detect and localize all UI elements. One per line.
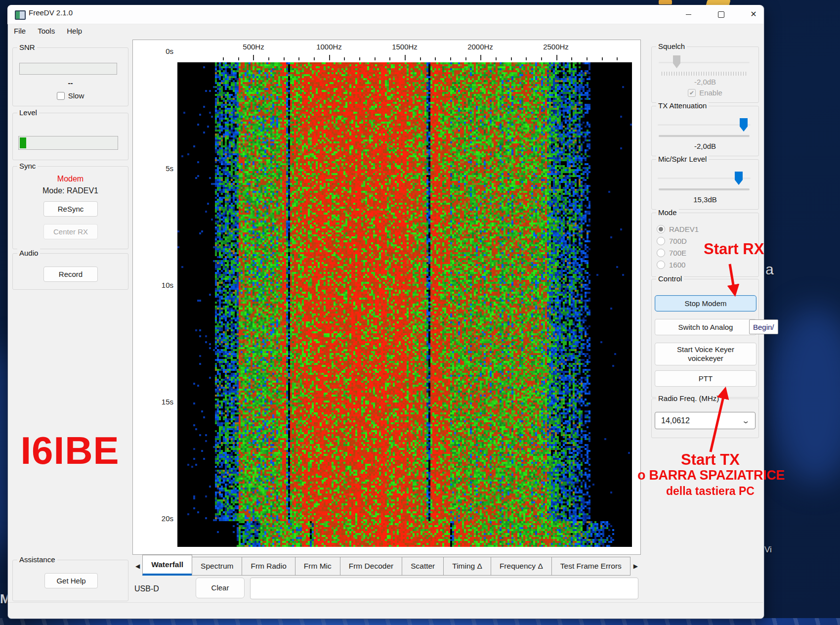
mic-spkr-group: Mic/Spkr Level 15,3dB <box>651 159 759 210</box>
menu-item-help[interactable]: Help <box>62 25 87 37</box>
freq-minor-tick <box>344 57 345 60</box>
mode-status-label: USB-D <box>134 584 159 593</box>
freq-major-tick <box>253 55 254 60</box>
freq-minor-tick <box>314 57 315 60</box>
freq-minor-tick <box>526 57 527 60</box>
get-help-button[interactable]: Get Help <box>44 573 98 588</box>
time-axis-label: 10s <box>139 281 173 289</box>
tx-attenuation-handle[interactable] <box>740 118 748 132</box>
waterfall-panel: 500Hz1000Hz1500Hz2000Hz2500Hz 0s5s10s15s… <box>132 40 641 555</box>
level-group-label: Level <box>17 108 39 117</box>
squelch-enable-row: ✔ Enable <box>652 89 758 97</box>
tx-attenuation-label: TX Attenuation <box>656 101 709 110</box>
mic-spkr-handle[interactable] <box>735 172 743 185</box>
tab-frm-mic[interactable]: Frm Mic <box>295 557 340 576</box>
keyboard-annotation: della tastiera PC <box>666 485 755 498</box>
tab-frequency-[interactable]: Frequency Δ <box>491 557 552 576</box>
freq-minor-tick <box>511 57 512 60</box>
menu-item-file[interactable]: File <box>9 25 31 37</box>
time-axis-label: 20s <box>139 514 173 523</box>
squelch-value: -2,0dB <box>652 78 758 86</box>
snr-slow-row: Slow <box>13 91 128 100</box>
tx-attenuation-group: TX Attenuation -2,0dB <box>651 106 759 156</box>
statusbar-divider <box>8 602 763 603</box>
mode-option-label: RADEV1 <box>669 225 699 233</box>
level-gauge <box>18 136 118 150</box>
freq-axis-label: 2500Hz <box>543 43 569 51</box>
resync-button[interactable]: ReSync <box>43 201 98 217</box>
freq-major-tick <box>556 55 557 60</box>
minimize-button[interactable] <box>677 5 700 24</box>
mic-spkr-label: Mic/Spkr Level <box>656 155 709 163</box>
freq-minor-tick <box>268 57 269 60</box>
squelch-slider-track[interactable] <box>659 62 750 63</box>
squelch-slider-handle[interactable] <box>673 55 680 68</box>
tab-test-frame-errors[interactable]: Test Frame Errors <box>551 557 630 576</box>
snr-group: SNR -- Slow <box>12 47 128 106</box>
freq-minor-tick <box>465 57 466 60</box>
sync-group: Sync Modem Mode: RADEV1 ReSync Center RX <box>12 166 128 249</box>
menu-item-tools[interactable]: Tools <box>33 25 60 37</box>
tab-scroll-left-icon[interactable]: ◀ <box>132 557 143 576</box>
tab-waterfall[interactable]: Waterfall <box>142 555 192 576</box>
freq-minor-tick <box>450 57 451 60</box>
tab-frm-decoder[interactable]: Frm Decoder <box>340 557 402 576</box>
squelch-slider-ticks <box>662 72 747 76</box>
maximize-button[interactable] <box>710 5 732 24</box>
freq-minor-tick <box>223 57 224 60</box>
freq-minor-tick <box>587 57 588 60</box>
freq-major-tick <box>329 55 330 60</box>
tab-scatter[interactable]: Scatter <box>402 557 444 576</box>
sync-status: Modem <box>13 175 128 183</box>
tx-attenuation-track[interactable] <box>658 124 751 126</box>
tx-attenuation-value: -2,0dB <box>652 142 758 150</box>
tab-spectrum[interactable]: Spectrum <box>192 557 242 576</box>
level-group: Level <box>12 113 128 160</box>
status-text-field[interactable] <box>250 578 638 599</box>
maximize-icon <box>718 11 724 18</box>
snr-value: -- <box>13 79 128 87</box>
mode-group-label: Mode <box>656 208 679 217</box>
tab-scroll-right-icon[interactable]: ▶ <box>630 557 641 576</box>
clear-button[interactable]: Clear <box>196 578 245 598</box>
wallpaper-bottom-strip <box>0 618 840 625</box>
squelch-enable-label: Enable <box>699 89 722 97</box>
desktop-icon-label-fragment: Vi <box>764 545 772 555</box>
close-button[interactable]: ✕ <box>742 5 765 24</box>
snr-group-label: SNR <box>17 43 37 51</box>
app-icon <box>15 10 26 20</box>
taskbar-fragment-icon <box>659 0 672 4</box>
mic-spkr-value: 15,3dB <box>652 195 758 204</box>
audio-group: Audio Record <box>12 253 128 290</box>
squelch-enable-checkbox[interactable]: ✔ <box>688 89 696 97</box>
desktop: M a Vi FreeDV 2.1.0 ✕ FileToolsHelp SNR … <box>0 0 840 625</box>
freq-minor-tick <box>389 57 390 60</box>
tab-frm-radio[interactable]: Frm Radio <box>242 557 295 576</box>
window-title: FreeDV 2.1.0 <box>29 8 73 17</box>
tab-timing-[interactable]: Timing Δ <box>443 557 491 576</box>
mic-spkr-track2 <box>659 188 750 190</box>
freq-axis-label: 500Hz <box>243 43 264 51</box>
freq-minor-tick <box>435 57 436 60</box>
freq-axis-label: 2000Hz <box>467 43 493 51</box>
freq-axis-label: 1500Hz <box>392 43 418 51</box>
start-tx-annotation: Start TX <box>681 451 740 469</box>
time-axis-label: 5s <box>139 164 173 173</box>
freq-minor-tick <box>571 57 572 60</box>
sync-mode-text: Mode: RADEV1 <box>13 186 128 195</box>
audio-group-label: Audio <box>17 249 40 257</box>
spacebar-annotation: o BARRA SPAZIATRICE <box>637 468 785 483</box>
freq-major-tick <box>405 55 406 60</box>
freq-minor-tick <box>359 57 360 60</box>
assistance-group-label: Assistance <box>17 555 57 564</box>
slow-checkbox[interactable] <box>57 92 65 100</box>
close-icon: ✕ <box>750 10 756 18</box>
freq-minor-tick <box>238 57 239 60</box>
record-button[interactable]: Record <box>43 267 98 282</box>
time-axis-label: 15s <box>139 398 173 406</box>
center-rx-button[interactable]: Center RX <box>43 224 98 239</box>
start-rx-annotation: Start RX <box>704 240 764 258</box>
freq-minor-tick <box>617 57 618 60</box>
start-tx-arrow <box>711 393 724 452</box>
assistance-group: Assistance Get Help <box>12 560 128 601</box>
